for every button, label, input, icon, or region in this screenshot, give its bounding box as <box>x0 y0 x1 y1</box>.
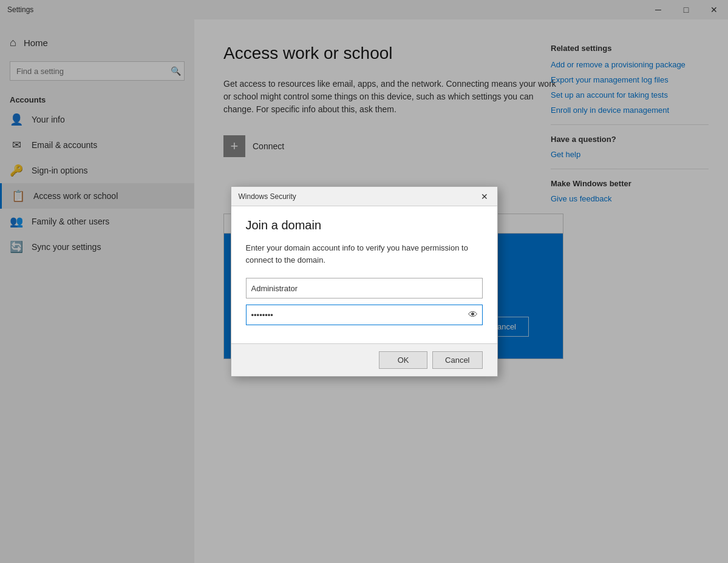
dialog-description: Enter your domain account info to verify… <box>246 242 483 266</box>
dialog-backdrop: Windows Security ✕ Join a domain Enter y… <box>0 0 728 563</box>
dialog-heading: Join a domain <box>246 218 483 232</box>
dialog-titlebar: Windows Security ✕ <box>231 187 497 206</box>
password-input[interactable] <box>246 305 483 325</box>
dialog-footer: OK Cancel <box>231 343 497 376</box>
cancel-button[interactable]: Cancel <box>432 351 482 369</box>
password-wrapper: 👁 <box>246 305 483 325</box>
dialog-close-button[interactable]: ✕ <box>477 189 492 204</box>
ok-button[interactable]: OK <box>379 351 427 369</box>
show-password-button[interactable]: 👁 <box>468 309 478 320</box>
username-input[interactable] <box>246 278 483 298</box>
dialog-body: Join a domain Enter your domain account … <box>231 206 497 343</box>
windows-security-dialog: Windows Security ✕ Join a domain Enter y… <box>231 186 498 377</box>
dialog-title: Windows Security <box>239 192 477 201</box>
